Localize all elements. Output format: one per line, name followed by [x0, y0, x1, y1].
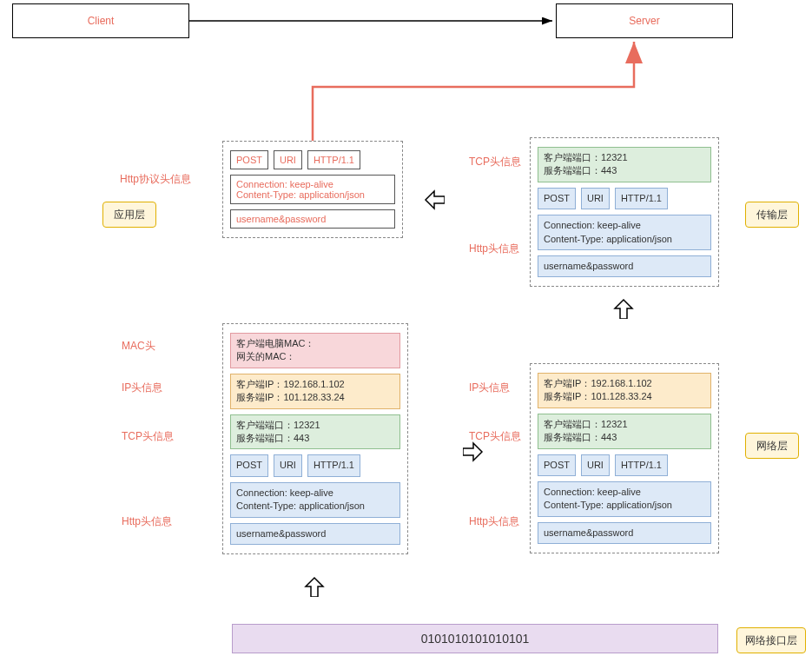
mac-gateway: 网关的MAC：: [236, 350, 394, 363]
label-tcp-c: TCP头信息: [122, 429, 174, 444]
http-header-c2: Content-Type: application/json: [236, 500, 394, 513]
layer-tag-link-label: 网络接口层: [745, 633, 797, 648]
tcp-port-client-c: 客户端端口：12321: [236, 419, 394, 432]
http-method-c: POST: [230, 454, 268, 476]
http-uri-b: URI: [581, 188, 610, 209]
layer-tag-app: 应用层: [102, 202, 156, 228]
label-tcp-b: TCP头信息: [469, 155, 521, 169]
http-header-c1: Connection: keep-alive: [236, 487, 394, 500]
http-line-b: POST URI HTTP/1.1: [538, 188, 711, 209]
layer-tag-network-label: 网络层: [756, 439, 788, 454]
packet-network: 客户端IP：192.168.1.102 服务端IP：101.128.33.24 …: [530, 363, 719, 553]
http-header-d1: Connection: keep-alive: [544, 486, 705, 499]
http-header-b2: Content-Type: application/json: [544, 233, 705, 246]
mac-client: 客户端电脑MAC：: [236, 337, 394, 350]
http-header-d2: Content-Type: application/json: [544, 499, 705, 512]
tcp-port-server-c: 服务端端口：443: [236, 432, 394, 445]
http-header-2: Content-Type: application/json: [236, 189, 389, 200]
http-version-b: HTTP/1.1: [615, 188, 668, 209]
http-headers-block: Connection: keep-alive Content-Type: app…: [230, 175, 395, 204]
tcp-header-d: 客户端端口：12321 服务端端口：443: [538, 414, 711, 449]
label-tcp-d: TCP头信息: [469, 429, 521, 444]
layer-tag-link: 网络接口层: [736, 627, 806, 653]
ip-server-d: 服务端IP：101.128.33.24: [544, 390, 705, 403]
layer-tag-transport: 传输层: [745, 202, 799, 228]
http-headers-d: Connection: keep-alive Content-Type: app…: [538, 481, 711, 517]
http-version-c: HTTP/1.1: [307, 454, 360, 476]
tcp-port-server-b: 服务端端口：443: [544, 164, 705, 177]
http-uri-c: URI: [274, 454, 302, 476]
http-headers-c: Connection: keep-alive Content-Type: app…: [230, 482, 400, 518]
layer-tag-network: 网络层: [745, 433, 799, 459]
label-http-d: Http头信息: [469, 514, 519, 529]
mac-header: 客户端电脑MAC： 网关的MAC：: [230, 333, 400, 368]
http-method: POST: [230, 150, 268, 169]
packet-link: 客户端电脑MAC： 网关的MAC： 客户端IP：192.168.1.102 服务…: [222, 323, 408, 554]
http-request-line: POST URI HTTP/1.1: [230, 150, 395, 169]
http-method-b: POST: [538, 188, 576, 209]
http-version-d: HTTP/1.1: [615, 454, 668, 476]
client-node: Client: [12, 3, 189, 38]
http-body-b: username&password: [538, 255, 711, 277]
label-ip-c: IP头信息: [122, 381, 162, 395]
http-body-d: username&password: [538, 522, 711, 544]
label-ip-d: IP头信息: [469, 381, 510, 395]
layer-tag-transport-label: 传输层: [756, 208, 788, 222]
ip-header-d: 客户端IP：192.168.1.102 服务端IP：101.128.33.24: [538, 373, 711, 408]
http-uri-d: URI: [581, 454, 610, 476]
bits-text: 0101010101010101: [421, 632, 530, 646]
label-http-b: Http头信息: [469, 242, 519, 256]
client-label: Client: [88, 15, 115, 27]
arrow-app-to-server: [313, 42, 634, 141]
label-mac-c: MAC头: [122, 339, 155, 354]
packet-transport: 客户端端口：12321 服务端端口：443 POST URI HTTP/1.1 …: [530, 137, 719, 287]
label-http-proto: Http协议头信息: [120, 172, 191, 187]
packet-app: POST URI HTTP/1.1 Connection: keep-alive…: [222, 141, 403, 238]
ip-header-c: 客户端IP：192.168.1.102 服务端IP：101.128.33.24: [230, 374, 400, 409]
ip-client-d: 客户端IP：192.168.1.102: [544, 377, 705, 390]
ip-client-c: 客户端IP：192.168.1.102: [236, 378, 394, 391]
http-header-1: Connection: keep-alive: [236, 179, 389, 189]
http-body-c: username&password: [230, 523, 400, 545]
http-method-d: POST: [538, 454, 576, 476]
tcp-header-c: 客户端端口：12321 服务端端口：443: [230, 414, 400, 450]
layer-tag-app-label: 应用层: [114, 208, 145, 222]
http-line-c: POST URI HTTP/1.1: [230, 454, 400, 476]
server-label: Server: [629, 15, 659, 27]
tcp-port-server-d: 服务端端口：443: [544, 431, 705, 444]
http-line-d: POST URI HTTP/1.1: [538, 454, 711, 476]
http-body: username&password: [230, 209, 395, 229]
http-headers-b: Connection: keep-alive Content-Type: app…: [538, 215, 711, 250]
ip-server-c: 服务端IP：101.128.33.24: [236, 391, 394, 404]
tcp-port-client-b: 客户端端口：12321: [544, 151, 705, 164]
tcp-port-client-d: 客户端端口：12321: [544, 418, 705, 431]
http-version: HTTP/1.1: [307, 150, 360, 169]
tcp-header-b: 客户端端口：12321 服务端端口：443: [538, 147, 711, 182]
label-http-c: Http头信息: [122, 514, 172, 529]
bits-bar: 0101010101010101: [232, 624, 718, 653]
server-node: Server: [556, 3, 733, 38]
http-uri: URI: [274, 150, 302, 169]
http-header-b1: Connection: keep-alive: [544, 219, 705, 232]
